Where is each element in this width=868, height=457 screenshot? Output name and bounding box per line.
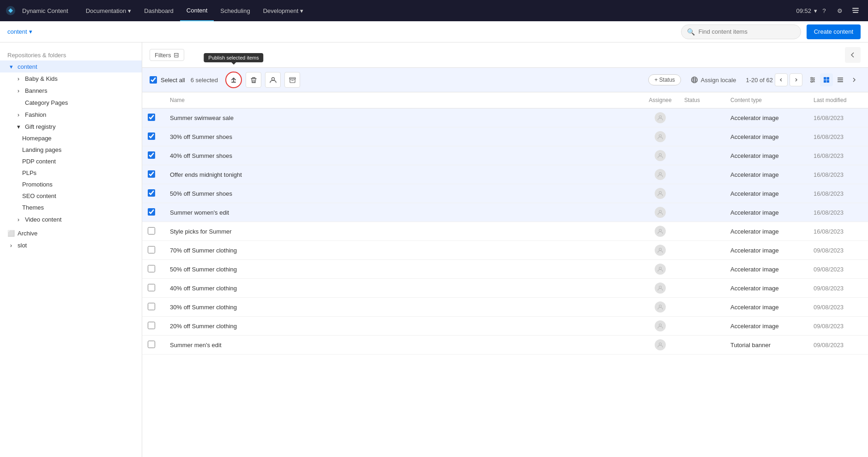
row-checkbox-cell[interactable] xyxy=(142,184,164,203)
svg-point-29 xyxy=(659,286,662,289)
row-checkbox[interactable] xyxy=(148,170,155,178)
row-content-type: Accelerator image xyxy=(725,165,808,184)
row-checkbox-cell[interactable] xyxy=(142,260,164,279)
content-table: Name Assignee Status Content type Last m… xyxy=(142,92,868,355)
row-name: 40% off Summer clothing xyxy=(164,279,642,298)
row-assignee xyxy=(642,165,679,184)
sidebar-item-landing-pages[interactable]: Landing pages xyxy=(0,144,142,156)
grid-view-button[interactable] xyxy=(820,73,833,86)
sidebar-item-homepage[interactable]: Homepage xyxy=(0,132,142,144)
row-name: 50% off Summer clothing xyxy=(164,260,642,279)
row-checkbox-cell[interactable] xyxy=(142,298,164,317)
table-row: 70% off Summer clothing Accelerator imag… xyxy=(142,241,868,260)
row-checkbox[interactable] xyxy=(148,265,155,272)
row-checkbox-cell[interactable] xyxy=(142,108,164,127)
col-name: Name xyxy=(164,92,642,108)
row-checkbox-cell[interactable] xyxy=(142,203,164,222)
row-checkbox-cell[interactable] xyxy=(142,241,164,260)
svg-rect-4 xyxy=(231,82,236,83)
row-content-type: Accelerator image xyxy=(725,241,808,260)
help-icon[interactable]: ? xyxy=(817,4,831,18)
row-content-type: Tutorial banner xyxy=(725,336,808,355)
sidebar-item-banners[interactable]: › Banners xyxy=(0,84,142,96)
collapse-panel-button[interactable] xyxy=(845,47,861,63)
row-last-modified: 09/08/2023 xyxy=(808,241,868,260)
row-checkbox[interactable] xyxy=(148,151,155,159)
sidebar-item-video-content[interactable]: › Video content xyxy=(0,213,142,225)
profile-icon[interactable] xyxy=(849,4,862,18)
select-all-wrap: Select all xyxy=(150,76,185,84)
list-view-button[interactable] xyxy=(834,73,847,86)
select-all-label: Select all xyxy=(161,77,185,84)
sidebar-item-themes[interactable]: Themes xyxy=(0,202,142,213)
create-content-button[interactable]: Create content xyxy=(807,24,861,39)
main-content: Filters ⊟ Select all 6 selected Publish … xyxy=(142,42,868,457)
assign-locale-button[interactable]: Assign locale xyxy=(685,74,742,86)
nav-content[interactable]: Content xyxy=(180,0,214,21)
settings-icon[interactable]: ⚙ xyxy=(833,4,847,18)
table-row: Summer swimwear sale Accelerator image 1… xyxy=(142,108,868,127)
brand-content-link[interactable]: content ▾ xyxy=(7,28,32,35)
collapse-right-button[interactable] xyxy=(848,73,861,86)
delete-button[interactable] xyxy=(246,72,261,88)
nav-dashboard[interactable]: Dashboard xyxy=(138,0,180,21)
nav-scheduling[interactable]: Scheduling xyxy=(214,0,256,21)
svg-point-30 xyxy=(659,305,662,307)
content-table-wrap: Name Assignee Status Content type Last m… xyxy=(142,92,868,457)
tune-view-button[interactable] xyxy=(806,73,819,86)
row-checkbox[interactable] xyxy=(148,114,155,121)
sidebar-item-plps[interactable]: PLPs xyxy=(0,167,142,179)
list-icon xyxy=(837,77,844,83)
nav-development[interactable]: Development ▾ xyxy=(257,0,310,21)
sidebar-item-seo-content[interactable]: SEO content xyxy=(0,190,142,202)
assignee-icon xyxy=(655,112,666,123)
publish-button[interactable] xyxy=(225,72,242,88)
assign-user-button[interactable] xyxy=(265,72,281,88)
nav-documentation[interactable]: Documentation ▾ xyxy=(79,0,138,21)
svg-point-25 xyxy=(659,210,662,213)
sidebar-item-promotions[interactable]: Promotions xyxy=(0,179,142,190)
row-checkbox-cell[interactable] xyxy=(142,165,164,184)
filters-button[interactable]: Filters ⊟ xyxy=(150,49,184,61)
search-input[interactable] xyxy=(699,28,782,35)
sidebar-item-fashion[interactable]: › Fashion xyxy=(0,108,142,120)
sidebar-item-slot[interactable]: › slot xyxy=(0,239,142,251)
status-filter-button[interactable]: + Status xyxy=(648,74,681,85)
pagination-prev-button[interactable] xyxy=(775,73,788,86)
row-checkbox-cell[interactable] xyxy=(142,336,164,355)
archive-content-button[interactable] xyxy=(284,72,300,88)
row-checkbox[interactable] xyxy=(148,341,155,348)
row-checkbox[interactable] xyxy=(148,189,155,197)
sidebar-item-baby-kids[interactable]: › Baby & Kids xyxy=(0,72,142,84)
sidebar-item-content[interactable]: ▾ content xyxy=(0,60,142,72)
row-status xyxy=(679,146,725,165)
pagination-next-button[interactable] xyxy=(790,73,802,86)
row-checkbox-cell[interactable] xyxy=(142,317,164,336)
status-btn-label: + Status xyxy=(654,77,675,83)
svg-rect-16 xyxy=(827,80,830,83)
app-logo[interactable] xyxy=(6,6,16,16)
row-checkbox-cell[interactable] xyxy=(142,127,164,146)
row-checkbox[interactable] xyxy=(148,132,155,140)
row-checkbox-cell[interactable] xyxy=(142,146,164,165)
row-checkbox[interactable] xyxy=(148,303,155,310)
sidebar-item-category-pages[interactable]: › Category Pages xyxy=(0,96,142,108)
sidebar-item-archive[interactable]: ⬜ Archive xyxy=(0,227,142,239)
pagination-range: 1-20 of 62 xyxy=(746,77,773,84)
row-assignee xyxy=(642,184,679,203)
select-all-checkbox[interactable] xyxy=(150,76,157,84)
row-checkbox[interactable] xyxy=(148,246,155,253)
row-checkbox-cell[interactable] xyxy=(142,279,164,298)
sidebar-item-gift-registry[interactable]: ▾ Gift registry xyxy=(0,120,142,132)
sidebar-item-pdp-content[interactable]: PDP content xyxy=(0,156,142,167)
search-bar[interactable]: 🔍 xyxy=(681,24,801,39)
row-checkbox[interactable] xyxy=(148,322,155,329)
table-row: 30% off Summer shoes Accelerator image 1… xyxy=(142,127,868,146)
svg-rect-18 xyxy=(838,79,843,80)
assignee-icon xyxy=(655,320,666,331)
row-checkbox[interactable] xyxy=(148,227,155,235)
row-checkbox-cell[interactable] xyxy=(142,222,164,241)
assignee-icon xyxy=(655,188,666,199)
row-checkbox[interactable] xyxy=(148,284,155,291)
row-checkbox[interactable] xyxy=(148,208,155,216)
